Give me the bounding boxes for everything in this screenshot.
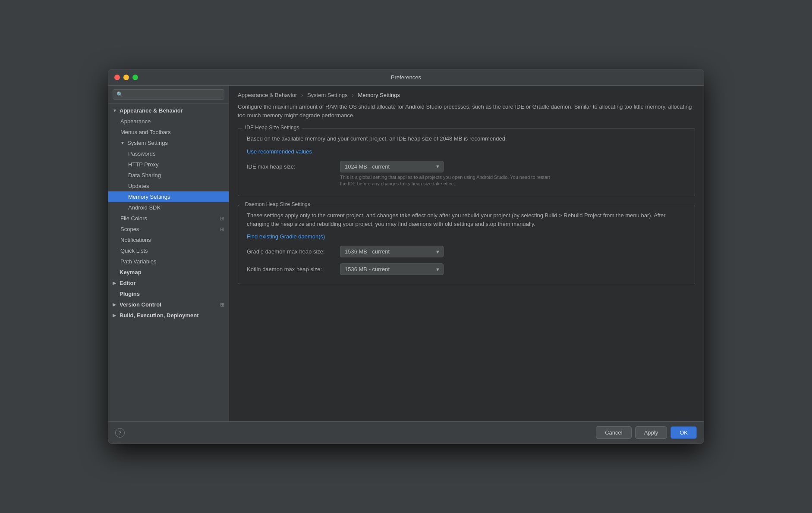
sidebar-item-menus-toolbars[interactable]: Menus and Toolbars (108, 127, 229, 138)
sidebar-item-label: Appearance & Behavior (120, 107, 183, 114)
breadcrumb-item-2: System Settings (307, 92, 348, 98)
sidebar-item-keymap[interactable]: ▶ Keymap (108, 267, 229, 278)
ide-heap-select-wrapper: 512 MB 750 MB 1024 MB - current 1280 MB … (340, 161, 444, 172)
gradle-heap-label: Gradle daemon max heap size: (247, 248, 333, 255)
search-bar (108, 86, 229, 103)
use-recommended-link[interactable]: Use recommended values (247, 148, 312, 155)
breadcrumb-item-1: Appearance & Behavior (238, 92, 297, 98)
arrow-icon: ▶ (113, 313, 118, 318)
ok-button[interactable]: OK (670, 426, 697, 439)
preferences-window: Preferences ▼ Appearance & Behavior Appe… (108, 69, 704, 444)
sidebar-item-memory-settings[interactable]: Memory Settings (108, 191, 229, 202)
sidebar-item-label: Notifications (120, 237, 151, 243)
bottom-actions: Cancel Apply OK (596, 426, 697, 439)
sidebar-item-version-control[interactable]: ▶ Version Control ⊞ (108, 299, 229, 310)
sidebar-item-editor[interactable]: ▶ Editor (108, 278, 229, 288)
bottom-bar: ? Cancel Apply OK (108, 421, 704, 444)
content-body: Configure the maximum amount of RAM the … (229, 103, 704, 421)
sidebar-item-android-sdk[interactable]: Android SDK (108, 202, 229, 213)
ide-recommendation-text: Based on the available memory and your c… (247, 135, 686, 143)
help-button[interactable]: ? (115, 428, 125, 438)
sidebar-item-updates[interactable]: Updates (108, 181, 229, 191)
sidebar-item-path-variables[interactable]: Path Variables (108, 256, 229, 267)
main-content: ▼ Appearance & Behavior Appearance Menus… (108, 86, 704, 421)
ide-heap-section-content: Based on the available memory and your c… (238, 135, 695, 196)
daemon-heap-section-title: Daemon Heap Size Settings (242, 201, 313, 207)
sidebar-nav: ▼ Appearance & Behavior Appearance Menus… (108, 103, 229, 421)
breadcrumb-separator: › (352, 92, 353, 98)
sidebar-item-data-sharing[interactable]: Data Sharing (108, 170, 229, 181)
sidebar-item-label: Build, Execution, Deployment (120, 312, 198, 319)
sidebar-item-label: Memory Settings (128, 194, 170, 200)
titlebar: Preferences (108, 69, 704, 86)
breadcrumb-item-3: Memory Settings (358, 92, 400, 98)
sidebar-item-label: Editor (120, 280, 136, 286)
sidebar-item-label: Data Sharing (128, 172, 161, 178)
kotlin-heap-label: Kotlin daemon max heap size: (247, 266, 333, 272)
sidebar-item-label: Updates (128, 183, 149, 189)
ide-heap-select[interactable]: 512 MB 750 MB 1024 MB - current 1280 MB … (340, 161, 444, 172)
sidebar-item-quick-lists[interactable]: Quick Lists (108, 245, 229, 256)
ide-heap-section-title: IDE Heap Size Settings (242, 125, 302, 131)
daemon-heap-section-header: Daemon Heap Size Settings (238, 205, 695, 211)
sidebar-item-label: HTTP Proxy (128, 161, 159, 168)
ide-heap-label: IDE max heap size: (247, 163, 333, 170)
window-controls (114, 75, 138, 80)
daemon-heap-section-content: These settings apply only to the current… (238, 211, 695, 284)
sidebar-item-plugins[interactable]: ▶ Plugins (108, 288, 229, 299)
minimize-button[interactable] (123, 75, 129, 80)
sidebar-item-label: Path Variables (120, 258, 157, 265)
sidebar-item-scopes[interactable]: Scopes ⊞ (108, 224, 229, 235)
arrow-icon: ▶ (113, 281, 118, 285)
ide-heap-section-header: IDE Heap Size Settings (238, 128, 695, 135)
sidebar-item-system-settings[interactable]: ▼ System Settings (108, 138, 229, 148)
arrow-icon: ▶ (113, 302, 118, 307)
settings-icon: ⊞ (220, 226, 224, 232)
sidebar-item-notifications[interactable]: Notifications (108, 235, 229, 245)
sidebar-item-label: Keymap (120, 269, 142, 275)
kotlin-heap-select-wrapper: 512 MB 750 MB 1024 MB 1536 MB - current … (340, 263, 444, 275)
sidebar-item-label: Android SDK (128, 204, 161, 211)
content-panel: Appearance & Behavior › System Settings … (229, 86, 704, 421)
sidebar-item-label: Plugins (120, 291, 140, 297)
search-input[interactable] (113, 89, 224, 100)
sidebar-item-label: Scopes (120, 226, 139, 232)
kotlin-heap-field-row: Kotlin daemon max heap size: 512 MB 750 … (247, 263, 686, 275)
gradle-heap-select-wrapper: 512 MB 750 MB 1024 MB 1536 MB - current … (340, 246, 444, 257)
find-gradle-daemon-link[interactable]: Find existing Gradle daemon(s) (247, 233, 325, 240)
breadcrumb: Appearance & Behavior › System Settings … (229, 86, 704, 103)
cancel-button[interactable]: Cancel (596, 426, 631, 439)
sidebar-item-build-execution[interactable]: ▶ Build, Execution, Deployment (108, 310, 229, 321)
daemon-description: These settings apply only to the current… (247, 211, 686, 228)
main-description: Configure the maximum amount of RAM the … (238, 103, 695, 119)
settings-icon: ⊞ (220, 216, 224, 222)
window-title: Preferences (391, 74, 421, 81)
sidebar-item-appearance[interactable]: Appearance (108, 116, 229, 127)
gradle-heap-select[interactable]: 512 MB 750 MB 1024 MB 1536 MB - current … (340, 246, 444, 257)
close-button[interactable] (114, 75, 120, 80)
arrow-icon: ▼ (113, 108, 118, 113)
ide-heap-section: IDE Heap Size Settings Based on the avai… (238, 128, 695, 196)
sidebar-item-file-colors[interactable]: File Colors ⊞ (108, 213, 229, 224)
sidebar-item-label: Passwords (128, 150, 156, 157)
sidebar-item-label: Version Control (120, 301, 161, 308)
daemon-heap-section: Daemon Heap Size Settings These settings… (238, 205, 695, 284)
apply-button[interactable]: Apply (635, 426, 667, 439)
gradle-heap-field-row: Gradle daemon max heap size: 512 MB 750 … (247, 246, 686, 257)
sidebar-item-label: System Settings (127, 140, 168, 146)
sidebar-item-appearance-behavior[interactable]: ▼ Appearance & Behavior (108, 105, 229, 116)
ide-heap-hint: This is a global setting that applies to… (340, 174, 556, 188)
sidebar-item-passwords[interactable]: Passwords (108, 148, 229, 159)
sidebar-item-label: Menus and Toolbars (120, 129, 171, 135)
sidebar-item-label: Appearance (120, 118, 151, 125)
maximize-button[interactable] (132, 75, 138, 80)
arrow-icon: ▼ (120, 141, 126, 145)
ide-heap-field-row: IDE max heap size: 512 MB 750 MB 1024 MB… (247, 161, 686, 172)
sidebar: ▼ Appearance & Behavior Appearance Menus… (108, 86, 229, 421)
kotlin-heap-select[interactable]: 512 MB 750 MB 1024 MB 1536 MB - current … (340, 263, 444, 275)
sidebar-item-label: File Colors (120, 215, 147, 222)
sidebar-item-label: Quick Lists (120, 247, 148, 254)
settings-icon: ⊞ (220, 302, 224, 308)
sidebar-item-http-proxy[interactable]: HTTP Proxy (108, 159, 229, 170)
breadcrumb-separator: › (301, 92, 303, 98)
